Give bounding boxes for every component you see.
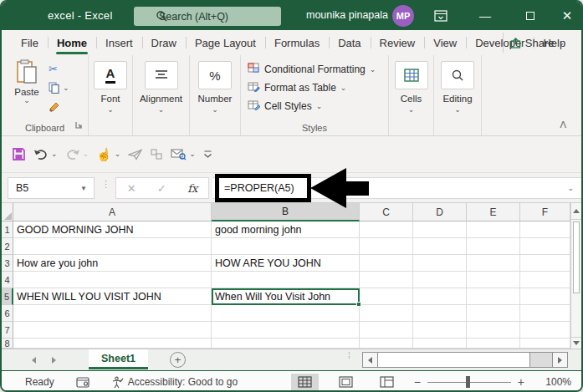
cell-F4[interactable] xyxy=(520,272,570,288)
row-header-8[interactable]: 8 xyxy=(2,339,13,349)
mail-search-button[interactable]: ⌄ xyxy=(171,148,196,160)
cell-E8[interactable] xyxy=(467,339,520,349)
paste-button[interactable]: Paste ⌄ xyxy=(8,59,45,104)
cell-A3[interactable]: How are you john xyxy=(13,255,212,272)
horizontal-scrollbar-thumb[interactable] xyxy=(378,352,530,368)
cell-D1[interactable] xyxy=(413,221,467,238)
previous-sheet-button[interactable] xyxy=(32,357,36,364)
collapse-ribbon-icon[interactable]: ᐱ xyxy=(560,120,566,130)
editing-group[interactable]: Editing ⌄ xyxy=(434,55,482,135)
zoom-slider-handle[interactable] xyxy=(466,376,470,388)
ribbon-tab-page-layout[interactable]: Page Layout xyxy=(186,30,265,55)
horizontal-scrollbar-track[interactable] xyxy=(530,352,552,368)
column-header-F[interactable]: F xyxy=(520,203,570,221)
cell-E1[interactable] xyxy=(467,221,520,238)
cell-C8[interactable] xyxy=(360,339,413,349)
cell-F1[interactable] xyxy=(520,221,570,238)
ribbon-tab-review[interactable]: Review xyxy=(371,30,425,55)
fill-handle[interactable] xyxy=(356,302,361,307)
avatar[interactable]: MP xyxy=(392,5,414,27)
zoom-out-button[interactable]: − xyxy=(414,375,421,389)
cell-D6[interactable] xyxy=(413,305,467,322)
page-break-preview-button[interactable] xyxy=(373,374,401,390)
row-header-5[interactable]: 5 xyxy=(2,288,13,305)
clipboard-dialog-launcher[interactable] xyxy=(75,117,83,132)
ribbon-tab-draw[interactable]: Draw xyxy=(142,30,186,55)
cell-B8[interactable] xyxy=(212,339,360,349)
row-header-4[interactable]: 4 xyxy=(2,272,13,288)
cell-D2[interactable] xyxy=(413,238,467,255)
cell-B2[interactable] xyxy=(212,238,360,255)
column-header-D[interactable]: D xyxy=(413,203,467,221)
zoom-slider[interactable] xyxy=(427,382,511,383)
cell-F8[interactable] xyxy=(520,339,570,349)
cancel-icon[interactable]: ✕ xyxy=(127,182,136,195)
cell-C1[interactable] xyxy=(360,221,413,238)
cell-C3[interactable] xyxy=(360,255,413,272)
menu-item-format-as-table[interactable]: Format as Table⌄ xyxy=(248,79,388,97)
zoom-level[interactable]: 100% xyxy=(538,376,571,388)
row-header-7[interactable]: 7 xyxy=(2,322,13,339)
cell-B4[interactable] xyxy=(212,272,360,288)
cell-D7[interactable] xyxy=(413,322,467,339)
touch-mouse-mode-button[interactable]: ☝ ⌄ xyxy=(96,148,120,160)
cell-F7[interactable] xyxy=(520,322,570,339)
cell-A7[interactable] xyxy=(13,322,212,339)
cell-C4[interactable] xyxy=(360,272,413,288)
zoom-in-button[interactable]: + xyxy=(518,375,524,389)
cell-C7[interactable] xyxy=(360,322,413,339)
vertical-scrollbar[interactable] xyxy=(570,203,581,349)
menu-item-conditional-formatting[interactable]: Conditional Formatting⌄ xyxy=(248,60,388,79)
enter-icon[interactable]: ✓ xyxy=(157,182,166,195)
name-box[interactable]: B5 ▼ xyxy=(8,177,95,199)
horizontal-scrollbar[interactable] xyxy=(362,352,568,368)
format-painter-button[interactable] xyxy=(49,100,69,114)
redo-button[interactable]: ⌄ xyxy=(65,148,89,160)
cell-E7[interactable] xyxy=(467,322,520,339)
macro-record-button[interactable] xyxy=(76,377,89,388)
cell-A8[interactable] xyxy=(13,339,212,349)
cell-B5[interactable]: When Will You Visit John xyxy=(212,288,360,305)
cell-C2[interactable] xyxy=(360,238,413,255)
accessibility-status[interactable]: Accessibility: Good to go xyxy=(111,376,238,389)
cell-F6[interactable] xyxy=(520,305,570,322)
cell-D5[interactable] xyxy=(413,288,467,305)
cut-button[interactable]: ✂ xyxy=(49,62,69,75)
ribbon-tab-insert[interactable]: Insert xyxy=(96,30,142,55)
share-button[interactable]: Share ⌄ xyxy=(503,33,571,53)
sheet-tab-sheet1[interactable]: Sheet1 xyxy=(89,349,148,369)
scroll-down-button[interactable] xyxy=(571,337,581,349)
page-layout-view-button[interactable] xyxy=(332,374,360,390)
send-button[interactable] xyxy=(128,149,143,160)
cell-A1[interactable]: GOOD MORNING JOHN xyxy=(13,221,212,238)
column-header-A[interactable]: A xyxy=(13,203,212,221)
cell-A5[interactable]: WHEN WILL YOU VISIT JOHN xyxy=(13,288,212,305)
maximize-button[interactable] xyxy=(514,2,547,30)
cell-D8[interactable] xyxy=(413,339,467,349)
cell-E6[interactable] xyxy=(467,305,520,322)
ribbon-tab-file[interactable]: File xyxy=(12,30,48,55)
formula-input[interactable]: =PROPER(A5) ⌄ xyxy=(212,177,581,199)
column-header-B[interactable]: B xyxy=(212,203,360,221)
search-box[interactable]: Search (Alt+Q) xyxy=(134,7,281,26)
shapes-button[interactable] xyxy=(151,149,163,160)
menu-item-cell-styles[interactable]: Cell Styles⌄ xyxy=(248,97,388,115)
scroll-right-button[interactable] xyxy=(552,352,568,368)
ribbon-tab-home[interactable]: Home xyxy=(48,30,96,55)
cell-C6[interactable] xyxy=(360,305,413,322)
cell-D4[interactable] xyxy=(413,272,467,288)
formula-bar-grip[interactable]: ⋮ xyxy=(101,179,110,189)
add-sheet-button[interactable]: + xyxy=(170,352,186,368)
cell-A2[interactable] xyxy=(13,238,212,255)
cells-group[interactable]: Cells ⌄ xyxy=(389,55,434,135)
row-header-1[interactable]: 1 xyxy=(2,221,13,238)
sheetbar-grip[interactable]: ⁞ xyxy=(348,352,350,360)
column-header-E[interactable]: E xyxy=(467,203,520,221)
save-button[interactable] xyxy=(12,147,26,161)
undo-button[interactable]: ⌄ xyxy=(33,148,58,160)
close-button[interactable]: ✕ xyxy=(550,2,583,30)
cell-E5[interactable] xyxy=(467,288,520,305)
cell-C5[interactable] xyxy=(360,288,413,305)
column-header-C[interactable]: C xyxy=(360,203,413,221)
insert-function-icon[interactable]: fx xyxy=(187,182,197,195)
